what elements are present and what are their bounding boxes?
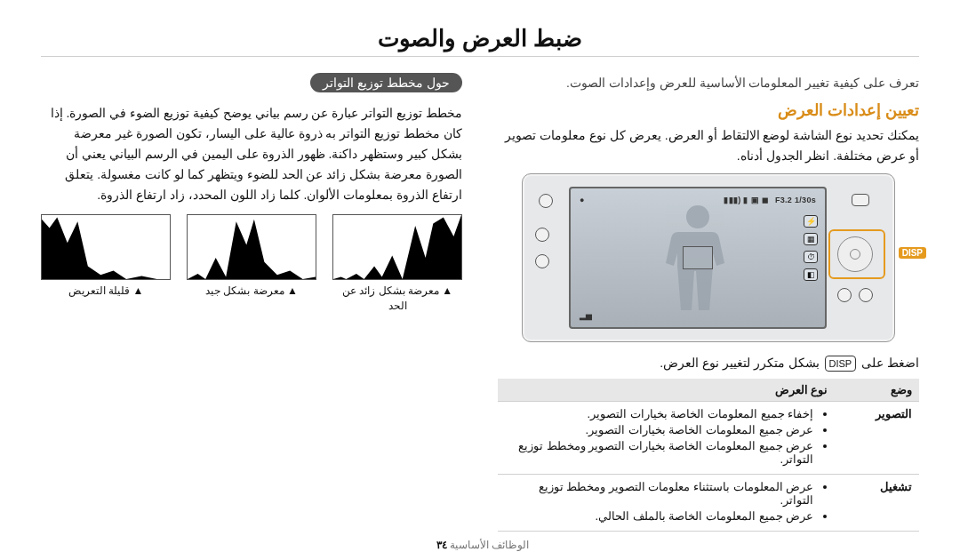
camera-illustration: MENU ● F3.2 1/30s ◼ ▣ ▮ (▮▮▮ ⚡ ▦ bbox=[498, 173, 919, 342]
right-column: تعرف على كيفية تغيير المعلومات الأساسية … bbox=[498, 69, 919, 532]
disp-callout-label: DISP bbox=[899, 247, 926, 259]
timer-icon: ⏱ bbox=[804, 251, 818, 263]
disp-instruction: اضغط على DISP بشكل متكرر لتغيير نوع العر… bbox=[498, 353, 919, 373]
page-title: ضبط العرض والصوت bbox=[41, 25, 919, 52]
quality-icon: ◧ bbox=[804, 268, 818, 281]
title-rule bbox=[41, 56, 919, 57]
table-row: تشغيل عرض المعلومات باستثناء معلومات الت… bbox=[498, 475, 919, 532]
caption-good: ▲ معرضة بشكل جيد bbox=[187, 284, 316, 299]
camera-top-left-button bbox=[539, 194, 553, 208]
table-row: التصوير إخفاء جميع المعلومات الخاصة بخيا… bbox=[498, 402, 919, 475]
footer-page-number: ٣٤ bbox=[436, 539, 447, 551]
mode-icon: ▦ bbox=[804, 233, 818, 245]
histogram-good bbox=[187, 214, 316, 280]
intro-text: تعرف على كيفية تغيير المعلومات الأساسية … bbox=[498, 73, 919, 93]
camera-fn-button-2 bbox=[837, 288, 852, 302]
mode-cell-shoot: التصوير bbox=[835, 402, 919, 475]
histogram-overexposed bbox=[332, 214, 462, 280]
lcd-exposure: F3.2 1/30s bbox=[775, 196, 816, 204]
focus-frame bbox=[683, 246, 713, 269]
lcd-side-icons: ⚡ ▦ ⏱ ◧ bbox=[804, 215, 818, 281]
histogram-row: ▲ معرضة بشكل زائد عن الحد ▲ معرضة بشكل ج… bbox=[41, 214, 462, 314]
list-item: عرض جميع المعلومات الخاصة بالملف الحالي. bbox=[505, 509, 813, 523]
histogram-underexposed bbox=[41, 214, 171, 280]
lcd-mode-icon: ● bbox=[580, 196, 584, 204]
camera-left-button-1 bbox=[535, 228, 549, 242]
instr-post: بشكل متكرر لتغيير نوع العرض. bbox=[660, 356, 822, 370]
histogram-body: مخطط توزيع التواتر عبارة عن رسم بياني يو… bbox=[41, 103, 462, 205]
left-column: حول مخطط توزيع التواتر مخطط توزيع التوات… bbox=[41, 69, 462, 532]
lcd-bottom-indicator: ▅▂ bbox=[580, 311, 592, 320]
histogram-pill-header: حول مخطط توزيع التواتر bbox=[310, 73, 462, 92]
page-footer: الوظائف الأساسية ٣٤ bbox=[0, 539, 960, 551]
camera-top-right-button bbox=[852, 194, 869, 206]
col-header-mode: وضع bbox=[835, 379, 919, 402]
footer-section: الوظائف الأساسية bbox=[450, 539, 529, 551]
camera-left-button-2 bbox=[535, 254, 549, 268]
list-item: إخفاء جميع المعلومات الخاصة بخيارات التص… bbox=[505, 407, 813, 420]
list-item: عرض جميع المعلومات الخاصة بخيارات التصوي… bbox=[505, 439, 813, 466]
section-heading-display-settings: تعيين إعدادات العرض bbox=[498, 100, 919, 120]
camera-fn-button-1 bbox=[859, 288, 873, 302]
caption-underexposed: ▲ قليلة التعريض bbox=[41, 284, 171, 299]
flash-icon: ⚡ bbox=[804, 215, 818, 228]
mode-cell-play: تشغيل bbox=[835, 475, 919, 532]
display-modes-table: وضع نوع العرض التصوير إخفاء جميع المعلوم… bbox=[498, 379, 919, 532]
caption-overexposed: ▲ معرضة بشكل زائد عن الحد bbox=[332, 284, 462, 314]
list-item: عرض جميع المعلومات الخاصة بخيارات التصوي… bbox=[505, 423, 813, 436]
col-header-type: نوع العرض bbox=[498, 379, 835, 402]
disp-highlight-box bbox=[828, 229, 885, 279]
list-item: عرض المعلومات باستثناء معلومات التصوير و… bbox=[505, 480, 813, 507]
camera-lcd: ● F3.2 1/30s ◼ ▣ ▮ (▮▮▮ ⚡ ▦ ⏱ ◧ bbox=[569, 187, 827, 329]
instr-pre: اضغط على bbox=[858, 356, 919, 370]
disp-button-inline: DISP bbox=[825, 356, 857, 372]
display-settings-body: يمكنك تحديد نوع الشاشة لوضع الالتقاط أو … bbox=[498, 125, 919, 166]
